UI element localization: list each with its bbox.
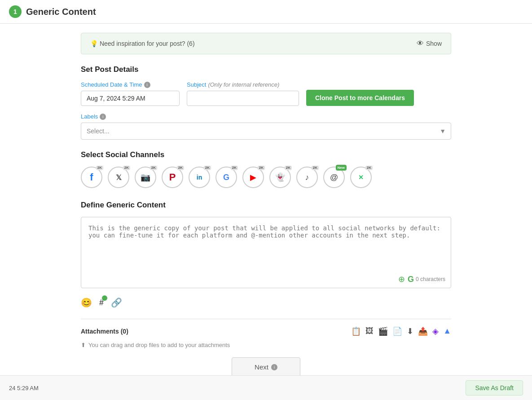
pinterest-badge: 2K <box>177 166 184 170</box>
youtube-badge: 2K <box>258 166 265 170</box>
subject-group: Subject (Only for internal reference) <box>187 81 299 106</box>
clone-post-button[interactable]: Clone Post to more Calendars <box>306 90 414 106</box>
tiktok-icon: ♪ <box>305 173 309 182</box>
grammarly-g-icon: ⊕ <box>398 274 405 284</box>
labels-group: Labels i Select... ▼ <box>81 113 451 140</box>
generic-content-section: Define Generic Content ⊕ G 0 characters <box>81 201 451 288</box>
emoji-icon[interactable]: 😊 <box>81 297 92 308</box>
step-badge: 1 <box>9 5 22 18</box>
channel-threads[interactable]: @ New <box>323 167 345 188</box>
main-content: 💡 Need inspiration for your post? (6) 👁 … <box>0 24 532 395</box>
scheduled-info-icon[interactable]: i <box>144 82 150 88</box>
google-icon: G <box>223 173 229 182</box>
labels-select[interactable]: Select... <box>81 123 451 140</box>
footer-time: 24 5:29 AM <box>9 385 39 391</box>
char-count-text: 0 characters <box>416 276 445 282</box>
attach-image-icon[interactable]: 🖼 <box>365 326 374 336</box>
attach-canva-icon[interactable]: ◈ <box>432 326 439 336</box>
attach-video-icon[interactable]: 🎬 <box>378 326 388 336</box>
grammarly-icon: G <box>408 275 414 284</box>
attachments-title: Attachments (0) <box>81 328 128 335</box>
footer: 24 5:29 AM Save As Draft <box>0 375 532 395</box>
attach-doc-icon[interactable]: 📄 <box>392 326 402 336</box>
content-toolbar: 😊 # 🔗 <box>81 295 451 310</box>
hashtag-icon[interactable]: # <box>99 298 104 308</box>
scheduled-date-input[interactable] <box>81 91 180 106</box>
google-badge: 2K <box>231 166 238 170</box>
hashtag-badge <box>102 295 107 301</box>
labels-select-wrapper: Select... ▼ <box>81 123 451 140</box>
show-label: Show <box>426 40 442 47</box>
channel-google[interactable]: G 2K <box>215 167 237 188</box>
content-textarea-wrapper: ⊕ G 0 characters <box>81 217 451 288</box>
facebook-icon: f <box>90 171 93 183</box>
char-count-row: ⊕ G 0 characters <box>81 273 451 288</box>
attachments-header: Attachments (0) 📋 🖼 🎬 📄 ⬇ 📤 ◈ ▲ <box>81 326 451 336</box>
generic-content-title: Define Generic Content <box>81 201 451 210</box>
threads-new-badge: New <box>336 165 347 171</box>
attach-download-icon[interactable]: ⬇ <box>407 326 413 336</box>
channel-instagram[interactable]: 📷 2K <box>135 167 156 188</box>
channel-facebook[interactable]: f 2K <box>81 167 102 188</box>
x-badge: 2K <box>365 166 373 170</box>
linkedin-badge: 2K <box>204 166 211 170</box>
instagram-badge: 2K <box>150 166 157 170</box>
tiktok-badge: 2K <box>312 166 319 170</box>
channel-youtube[interactable]: ▶ 2K <box>242 167 264 188</box>
x-icon: ✕ <box>358 174 364 181</box>
next-section: Next i <box>81 357 451 377</box>
channel-twitter[interactable]: 𝕏 2K <box>108 167 129 188</box>
social-channels-section: Select Social Channels f 2K 𝕏 2K 📷 2K P … <box>81 150 451 188</box>
show-button[interactable]: 👁 Show <box>417 40 442 48</box>
inspiration-banner: 💡 Need inspiration for your post? (6) 👁 … <box>81 33 451 54</box>
youtube-icon: ▶ <box>250 172 256 182</box>
attachments-section: Attachments (0) 📋 🖼 🎬 📄 ⬇ 📤 ◈ ▲ ⬆ You ca… <box>81 319 451 348</box>
channels-row: f 2K 𝕏 2K 📷 2K P 2K in 2K G 2K <box>81 167 451 188</box>
labels-info-icon[interactable]: i <box>100 114 106 120</box>
social-channels-title: Select Social Channels <box>81 150 451 159</box>
channel-pinterest[interactable]: P 2K <box>162 167 183 188</box>
next-info-icon: i <box>271 364 277 370</box>
attach-clipboard-icon[interactable]: 📋 <box>351 326 361 336</box>
subject-input[interactable] <box>187 91 299 106</box>
instagram-icon: 📷 <box>141 172 150 182</box>
subject-hint: (Only for internal reference) <box>208 81 279 88</box>
attachment-tools: 📋 🖼 🎬 📄 ⬇ 📤 ◈ ▲ <box>351 326 451 336</box>
channel-tiktok[interactable]: ♪ 2K <box>296 167 318 188</box>
next-label: Next <box>255 363 268 371</box>
content-textarea[interactable] <box>81 217 451 271</box>
scheduled-date-group: Scheduled Date & Time i <box>81 81 180 106</box>
attach-drive-icon[interactable]: ▲ <box>443 326 451 336</box>
save-as-draft-button[interactable]: Save As Draft <box>466 380 523 395</box>
pinterest-icon: P <box>169 171 176 183</box>
eye-icon: 👁 <box>417 40 424 48</box>
inspiration-text: 💡 Need inspiration for your post? (6) <box>90 40 195 47</box>
next-button[interactable]: Next i <box>232 357 300 377</box>
channel-linkedin[interactable]: in 2K <box>189 167 210 188</box>
twitter-icon: 𝕏 <box>116 173 122 182</box>
page-header: 1 Generic Content <box>0 0 532 24</box>
link-icon[interactable]: 🔗 <box>111 297 122 308</box>
facebook-badge: 2K <box>96 166 103 170</box>
post-details-row: Scheduled Date & Time i Subject (Only fo… <box>81 81 451 106</box>
snapchat-icon: 👻 <box>275 172 285 182</box>
drag-drop-text: ⬆ You can drag and drop files to add to … <box>81 342 451 348</box>
attach-share-icon[interactable]: 📤 <box>418 326 428 336</box>
snapchat-badge: 2K <box>285 166 292 170</box>
channel-snapchat[interactable]: 👻 2K <box>269 167 291 188</box>
channel-x[interactable]: ✕ 2K <box>350 167 372 188</box>
labels-label: Labels i <box>81 113 451 120</box>
post-details-section: Set Post Details Scheduled Date & Time i… <box>81 65 451 140</box>
page-title: Generic Content <box>26 7 96 17</box>
post-details-title: Set Post Details <box>81 65 451 74</box>
twitter-badge: 2K <box>123 166 130 170</box>
scheduled-label: Scheduled Date & Time i <box>81 81 180 88</box>
subject-label: Subject (Only for internal reference) <box>187 81 299 88</box>
threads-icon: @ <box>330 173 338 182</box>
linkedin-icon: in <box>197 174 202 181</box>
